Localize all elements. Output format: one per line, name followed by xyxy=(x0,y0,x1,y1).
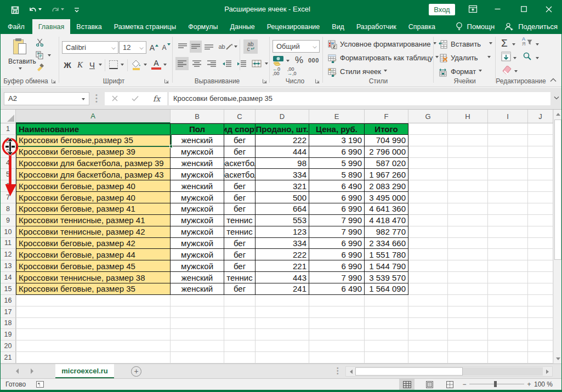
cell-F3[interactable]: 2 796 000 xyxy=(365,146,408,158)
merge-center-button[interactable] xyxy=(250,57,263,70)
cell-I19[interactable] xyxy=(488,329,528,340)
column-header-E[interactable]: E xyxy=(309,110,365,123)
cell-D4[interactable]: 98 xyxy=(256,158,309,169)
cell-E2[interactable]: 3 190 xyxy=(309,135,365,146)
align-middle-button[interactable] xyxy=(190,41,202,53)
cell-G5[interactable] xyxy=(408,169,448,180)
format-as-table-button[interactable]: Форматировать как таблицу xyxy=(328,52,439,64)
borders-icon[interactable] xyxy=(109,60,118,69)
cell-B9[interactable]: мужской xyxy=(171,215,224,226)
cell-F4[interactable]: 587 020 xyxy=(365,158,408,169)
cell-E14[interactable]: 7 990 xyxy=(309,272,365,283)
collapse-ribbon-button[interactable] xyxy=(549,77,557,85)
row-header-16[interactable]: 16 xyxy=(1,295,16,306)
cell-C18[interactable] xyxy=(224,318,256,329)
cell-B8[interactable]: мужской xyxy=(171,203,224,215)
cell-E19[interactable] xyxy=(309,329,365,340)
cell-H9[interactable] xyxy=(448,215,488,226)
cell-C20[interactable] xyxy=(224,340,256,352)
cell-E12[interactable]: 6 990 xyxy=(309,249,365,260)
align-bottom-button[interactable] xyxy=(203,41,215,53)
cell-C11[interactable]: бег xyxy=(224,238,256,249)
cell-I5[interactable] xyxy=(488,169,528,180)
cell-D10[interactable]: 123 xyxy=(256,226,309,238)
cell-B1[interactable]: Пол xyxy=(171,123,224,135)
cell-C14[interactable]: теннис xyxy=(224,272,256,283)
cell-F6[interactable]: 2 083 290 xyxy=(365,180,408,192)
horizontal-scroll-thumb[interactable] xyxy=(355,367,463,376)
column-header-D[interactable]: D xyxy=(256,110,309,123)
cell-B16[interactable] xyxy=(171,295,224,306)
fill-button[interactable] xyxy=(501,52,511,61)
cell-C7[interactable]: бег xyxy=(224,192,256,203)
cell-J1[interactable] xyxy=(528,123,553,135)
tab-review[interactable]: Рецензирование xyxy=(261,19,326,34)
format-painter-icon[interactable] xyxy=(36,63,46,72)
format-cells-button[interactable]: Формат xyxy=(439,65,482,78)
cell-H16[interactable] xyxy=(448,295,488,306)
row-header-3[interactable]: 3 xyxy=(1,146,16,158)
minimize-button[interactable] xyxy=(488,0,507,18)
cell-D15[interactable]: 241 xyxy=(256,283,309,295)
increase-font-button[interactable]: А xyxy=(149,41,159,54)
find-select-caret[interactable] xyxy=(536,57,539,61)
row-header-13[interactable]: 13 xyxy=(1,260,16,272)
cell-F5[interactable]: 1 967 260 xyxy=(365,169,408,180)
cell-G1[interactable] xyxy=(408,123,448,135)
cell-D5[interactable]: 334 xyxy=(256,169,309,180)
column-header-J[interactable]: J xyxy=(528,110,553,123)
sign-in-button[interactable]: Вход xyxy=(429,4,455,15)
cell-I12[interactable] xyxy=(488,249,528,260)
cell-D18[interactable] xyxy=(256,318,309,329)
scroll-down-arrow[interactable] xyxy=(554,354,562,363)
scroll-up-arrow[interactable] xyxy=(554,110,562,119)
cell-E4[interactable]: 5 990 xyxy=(309,158,365,169)
cell-B12[interactable]: мужской xyxy=(171,249,224,260)
cell-D17[interactable] xyxy=(256,306,309,318)
column-header-I[interactable]: I xyxy=(488,110,528,123)
tab-insert[interactable]: Вставка xyxy=(70,19,107,34)
cell-F12[interactable]: 1 551 780 xyxy=(365,249,408,260)
row-header-4[interactable]: 4 xyxy=(1,158,16,169)
row-header-12[interactable]: 12 xyxy=(1,249,16,260)
name-box[interactable]: A2 xyxy=(4,92,89,105)
cell-E7[interactable]: 6 990 xyxy=(309,192,365,203)
cell-B15[interactable]: женский xyxy=(171,283,224,295)
cell-F15[interactable]: 1 564 090 xyxy=(365,283,408,295)
cell-B18[interactable] xyxy=(171,318,224,329)
insert-cells-button[interactable]: Вставить xyxy=(439,38,492,50)
cell-C15[interactable]: бег xyxy=(224,283,256,295)
percent-style-button[interactable]: % xyxy=(295,55,303,66)
tab-view[interactable]: Вид xyxy=(326,19,350,34)
cell-I2[interactable] xyxy=(488,135,528,146)
cell-I18[interactable] xyxy=(488,318,528,329)
cell-C9[interactable]: теннис xyxy=(224,215,256,226)
cell-G8[interactable] xyxy=(408,203,448,215)
increase-indent-button[interactable] xyxy=(235,57,248,70)
cell-J5[interactable] xyxy=(528,169,553,180)
cell-I20[interactable] xyxy=(488,340,528,352)
cell-C4[interactable]: баскетбол xyxy=(224,158,256,169)
cell-B20[interactable] xyxy=(171,340,224,352)
decrease-indent-button[interactable] xyxy=(220,57,233,70)
orientation-caret[interactable] xyxy=(234,46,237,49)
cell-I16[interactable] xyxy=(488,295,528,306)
cell-B6[interactable]: женский xyxy=(171,180,224,192)
cell-G6[interactable] xyxy=(408,180,448,192)
cell-C13[interactable]: бег xyxy=(224,260,256,272)
cell-J18[interactable] xyxy=(528,318,553,329)
font-name-combo[interactable]: Calibri ⌵ xyxy=(62,41,118,54)
cell-A15[interactable]: Кроссовки беговые, размер 35 xyxy=(16,283,171,295)
cell-F1[interactable]: Итого xyxy=(365,123,408,135)
cell-J6[interactable] xyxy=(528,180,553,192)
cell-G3[interactable] xyxy=(408,146,448,158)
row-header-9[interactable]: 9 xyxy=(1,215,16,226)
orientation-button[interactable]: ab xyxy=(218,41,232,53)
cell-H5[interactable] xyxy=(448,169,488,180)
cell-I7[interactable] xyxy=(488,192,528,203)
autosum-caret[interactable] xyxy=(512,43,515,47)
cell-E15[interactable]: 6 490 xyxy=(309,283,365,295)
cell-D16[interactable] xyxy=(256,295,309,306)
column-header-A[interactable]: A xyxy=(16,110,171,123)
cell-F21[interactable] xyxy=(365,352,408,363)
